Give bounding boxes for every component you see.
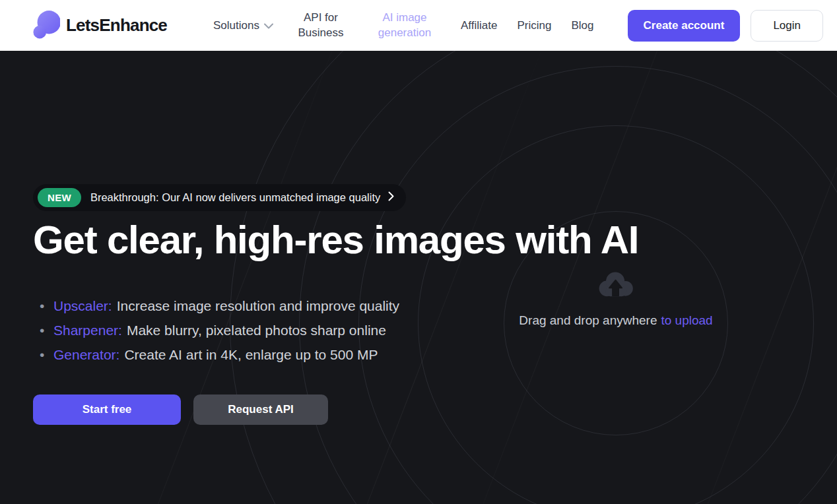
feature-link-generator[interactable]: Generator: bbox=[53, 347, 119, 362]
new-badge: NEW bbox=[38, 188, 81, 207]
cloud-upload-icon bbox=[504, 271, 728, 298]
feature-item-generator: Generator:Create AI art in 4K, enlarge u… bbox=[33, 347, 399, 363]
nav-item-ai-image-generation[interactable]: AI image generation bbox=[368, 11, 441, 40]
nav-item-blog[interactable]: Blog bbox=[571, 19, 593, 32]
upload-instruction: Drag and drop anywhereto upload bbox=[504, 313, 728, 328]
upload-instruction-plain: Drag and drop anywhere bbox=[519, 313, 657, 327]
main-nav: Solutions API for Business AI image gene… bbox=[213, 11, 593, 40]
chevron-right-icon bbox=[388, 191, 394, 204]
hero-section: NEW Breakthrough: Our AI now delivers un… bbox=[0, 51, 837, 504]
brand-name: LetsEnhance bbox=[66, 15, 167, 36]
announcement-text: Breakthrough: Our AI now delivers unmatc… bbox=[90, 191, 380, 204]
feature-item-upscaler: Upscaler:Increase image resolution and i… bbox=[33, 298, 399, 314]
start-free-button[interactable]: Start free bbox=[33, 394, 181, 425]
create-account-button[interactable]: Create account bbox=[628, 10, 741, 42]
nav-item-solutions[interactable]: Solutions bbox=[213, 19, 273, 32]
feature-text: Create AI art in 4K, enlarge up to 500 M… bbox=[124, 347, 378, 362]
feature-link-upscaler[interactable]: Upscaler: bbox=[53, 298, 112, 313]
feature-item-sharpener: Sharpener:Make blurry, pixelated photos … bbox=[33, 323, 399, 338]
nav-item-affiliate[interactable]: Affiliate bbox=[461, 19, 497, 32]
feature-text: Increase image resolution and improve qu… bbox=[117, 298, 399, 313]
logo-icon bbox=[33, 10, 60, 42]
request-api-button[interactable]: Request API bbox=[193, 394, 328, 425]
nav-item-api-for-business[interactable]: API for Business bbox=[293, 11, 349, 40]
page-title: Get clear, high-res images with AI bbox=[33, 217, 638, 263]
top-navbar: LetsEnhance Solutions API for Business A… bbox=[0, 0, 837, 51]
login-button[interactable]: Login bbox=[751, 10, 823, 42]
announcement-banner[interactable]: NEW Breakthrough: Our AI now delivers un… bbox=[33, 184, 406, 211]
feature-link-sharpener[interactable]: Sharpener: bbox=[53, 323, 122, 338]
feature-text: Make blurry, pixelated photos sharp onli… bbox=[127, 323, 386, 338]
upload-dropzone[interactable]: Drag and drop anywhereto upload bbox=[504, 271, 728, 328]
chevron-down-icon bbox=[264, 19, 273, 32]
upload-link[interactable]: to upload bbox=[661, 313, 712, 327]
feature-list: Upscaler:Increase image resolution and i… bbox=[33, 298, 399, 371]
decor-streak bbox=[76, 51, 360, 504]
brand-logo[interactable]: LetsEnhance bbox=[33, 10, 167, 42]
cta-row: Start free Request API bbox=[33, 394, 328, 425]
nav-item-pricing[interactable]: Pricing bbox=[517, 19, 551, 32]
